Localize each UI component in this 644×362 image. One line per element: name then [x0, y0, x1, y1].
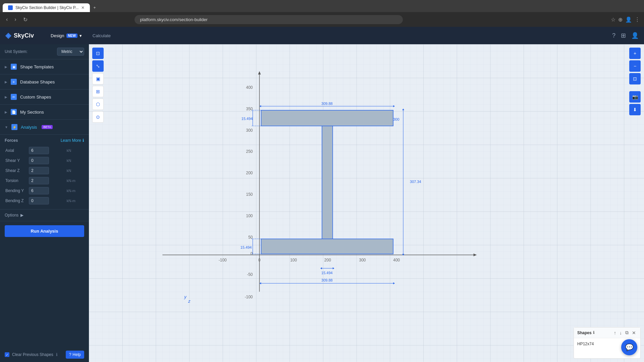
svg-text:309.88: 309.88 — [321, 278, 333, 282]
calculate-label: Calculate — [93, 33, 111, 38]
shapes-panel-title: Shapes ℹ — [577, 330, 594, 335]
shear-y-label: Shear Y — [5, 156, 28, 166]
shapes-copy-button[interactable]: ⧉ — [624, 329, 630, 336]
polygon-button[interactable]: ⬡ — [92, 99, 104, 110]
refresh-button[interactable]: ↻ — [21, 15, 30, 24]
shear-z-input[interactable] — [29, 167, 49, 174]
svg-text:200: 200 — [246, 171, 253, 175]
header-nav: Design NEW ▾ Calculate — [46, 31, 115, 40]
sidebar-item-my-sections[interactable]: ▶ 📄 My Sections — [0, 105, 89, 120]
bookmark-icon[interactable]: ☆ — [611, 16, 615, 23]
design-label: Design — [51, 33, 64, 38]
address-input[interactable] — [135, 15, 403, 24]
back-button[interactable]: ‹ — [4, 15, 10, 24]
nav-calculate[interactable]: Calculate — [88, 31, 115, 40]
new-tab-button[interactable]: + — [90, 3, 99, 12]
svg-text:0: 0 — [258, 258, 261, 262]
sidebar-item-database-shapes[interactable]: ▶ ≡ Database Shapes — [0, 74, 89, 89]
left-toolbar: ⊡ ⤡ ▣ ⊞ ⬡ ⊙ — [92, 48, 104, 123]
shapes-move-up-button[interactable]: ↑ — [613, 329, 617, 336]
axial-input[interactable] — [29, 147, 49, 154]
run-analysis-button[interactable]: Run Analysis — [5, 225, 84, 237]
measure-button[interactable]: ⊞ — [92, 86, 104, 97]
unit-select[interactable]: Metric Imperial — [57, 48, 84, 56]
svg-text:-50: -50 — [247, 272, 253, 277]
zoom-out-button[interactable]: − — [629, 60, 641, 72]
nav-design[interactable]: Design NEW ▾ — [46, 31, 87, 40]
right-toolbar: + − ⊡ 📷 ⬇ — [629, 48, 641, 115]
clear-shapes-checkbox[interactable]: ✓ — [5, 352, 9, 357]
logo-icon: ◈ — [5, 31, 11, 40]
analysis-expanded: Forces Learn More ℹ Axial kN — [0, 135, 89, 209]
svg-rect-27 — [322, 126, 333, 239]
apps-icon[interactable]: ⊞ — [621, 32, 626, 39]
expand-button[interactable]: ⤡ — [92, 60, 104, 72]
browser-tabs: SkyCiv Section Builder | SkyCiv P... ✕ + — [3, 0, 99, 12]
svg-text:300: 300 — [393, 117, 399, 121]
menu-icon[interactable]: ⋮ — [635, 16, 640, 23]
help-icon[interactable]: ? — [612, 32, 615, 39]
tab-favicon — [8, 5, 13, 10]
axial-unit: kN — [65, 145, 84, 156]
zoom-in-button[interactable]: + — [629, 48, 641, 59]
bending-y-unit: kN-m — [65, 186, 84, 196]
zoom-fit-button[interactable]: ⊡ — [92, 48, 104, 59]
account-icon[interactable]: 👤 — [631, 32, 639, 39]
svg-text:350: 350 — [246, 107, 253, 111]
sidebar-item-analysis[interactable]: ▼ ⚡ Analysis BETA — [0, 120, 89, 135]
app: ◈ SkyCiv Design NEW ▾ Calculate ? ⊞ 👤 Un… — [0, 27, 644, 362]
sidebar-item-custom-shapes[interactable]: ▶ ✏ Custom Shapes — [0, 89, 89, 105]
forward-button[interactable]: › — [12, 15, 18, 24]
options-label: Options — [5, 213, 18, 218]
analysis-icon: ⚡ — [11, 124, 17, 130]
download-button[interactable]: ⬇ — [629, 104, 641, 115]
svg-text:307.34: 307.34 — [410, 180, 421, 184]
svg-text:0: 0 — [251, 251, 253, 256]
bending-y-input[interactable] — [29, 187, 49, 194]
svg-rect-28 — [261, 239, 393, 254]
analysis-label: Analysis — [21, 125, 37, 130]
sidebar-item-shape-templates[interactable]: ▶ ▣ Shape Templates — [0, 59, 89, 74]
chat-button[interactable]: 💬 — [621, 339, 637, 355]
tab-title: SkyCiv Section Builder | SkyCiv P... — [15, 5, 78, 10]
database-shapes-icon: ≡ — [11, 79, 17, 85]
sidebar: Unit System: Metric Imperial ▶ ▣ Shape T… — [0, 44, 89, 362]
fit-view-button[interactable]: ⊡ — [629, 73, 641, 84]
shear-z-label: Shear Z — [5, 166, 28, 176]
shear-z-unit: kN — [65, 166, 84, 176]
custom-shapes-icon: ✏ — [11, 94, 17, 100]
svg-text:300: 300 — [359, 258, 366, 262]
custom-shapes-label: Custom Shapes — [20, 95, 51, 100]
learn-more-icon: ℹ — [83, 138, 84, 143]
bending-z-label: Bending Z — [5, 196, 28, 206]
extensions-icon[interactable]: ⊕ — [618, 16, 623, 23]
force-row-bending-z: Bending Z kN-m — [5, 196, 84, 206]
learn-more-link[interactable]: Learn More ℹ — [61, 138, 84, 143]
force-row-bending-y: Bending Y kN-m — [5, 186, 84, 196]
options-arrow: ▶ — [20, 213, 23, 218]
active-tab[interactable]: SkyCiv Section Builder | SkyCiv P... ✕ — [3, 3, 90, 12]
bending-y-label: Bending Y — [5, 186, 28, 196]
options-row[interactable]: Options ▶ — [0, 209, 89, 221]
profile-icon[interactable]: 👤 — [625, 16, 632, 23]
help-button[interactable]: ? Help — [66, 351, 84, 359]
screenshot-button[interactable]: 📷 — [629, 91, 641, 103]
forces-table: Axial kN Shear Y kN Shear Z kN — [5, 145, 84, 206]
torsion-input[interactable] — [29, 177, 49, 184]
arrow-icon: ▶ — [5, 95, 7, 99]
shapes-delete-button[interactable]: ✕ — [631, 329, 637, 336]
arrow-icon: ▶ — [5, 65, 7, 69]
shear-y-input[interactable] — [29, 157, 49, 164]
select-button[interactable]: ▣ — [92, 73, 104, 84]
my-sections-label: My Sections — [20, 110, 44, 115]
torsion-label: Torsion — [5, 176, 28, 186]
force-row-axial: Axial kN — [5, 145, 84, 156]
svg-text:15.494: 15.494 — [241, 117, 253, 121]
shapes-move-down-button[interactable]: ↓ — [619, 329, 623, 336]
tab-close-button[interactable]: ✕ — [81, 5, 85, 10]
point-button[interactable]: ⊙ — [92, 111, 104, 123]
shape-templates-icon: ▣ — [11, 64, 17, 70]
bending-z-input[interactable] — [29, 197, 49, 204]
shapes-info-icon: ℹ — [593, 330, 594, 335]
help-label: Help — [72, 352, 81, 357]
